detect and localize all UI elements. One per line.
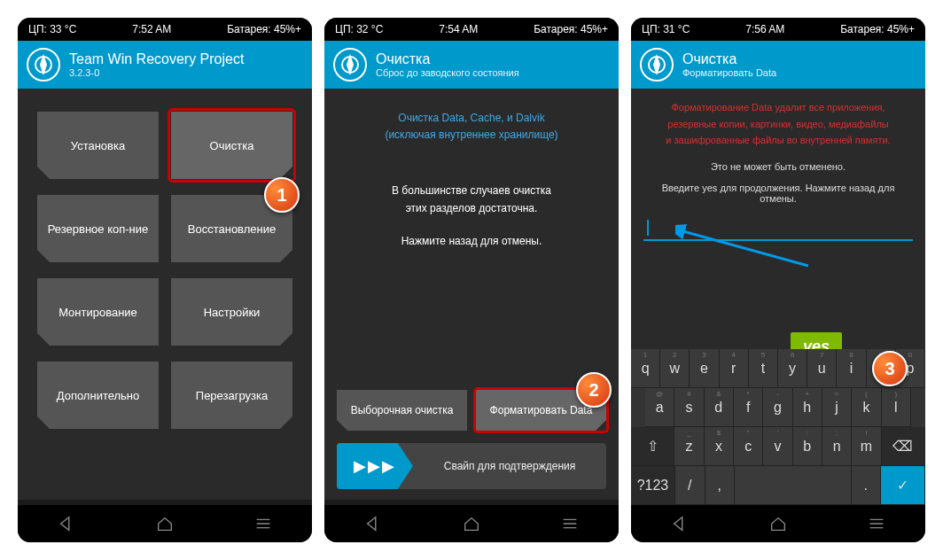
key-c[interactable]: "c <box>734 427 763 466</box>
header-sub: 3.2.3-0 <box>69 67 244 78</box>
key-f[interactable]: *f <box>734 388 763 427</box>
battery: Батарея: 45%+ <box>534 23 608 35</box>
clock: 7:52 AM <box>132 23 171 35</box>
home-icon[interactable] <box>155 514 175 533</box>
key-w[interactable]: 2w <box>660 349 690 388</box>
key-⌫[interactable]: ⌫ <box>882 427 925 466</box>
key-m[interactable]: !m <box>852 427 881 466</box>
header: Team Win Recovery Project 3.2.3-0 <box>18 41 312 89</box>
battery: Батарея: 45%+ <box>840 23 915 35</box>
arrow-annotation-icon <box>675 222 813 275</box>
key-e[interactable]: 3e <box>690 349 719 388</box>
header-title: Team Win Recovery Project <box>69 51 244 67</box>
header: Очистка Сброс до заводского состояния <box>324 41 619 89</box>
info-blue-2: (исключая внутреннее хранилище) <box>324 127 619 144</box>
key-s[interactable]: #s <box>674 388 704 427</box>
battery: Батарея: 45%+ <box>227 23 301 35</box>
header-sub: Форматировать Data <box>682 67 776 78</box>
clock: 7:56 AM <box>745 23 784 35</box>
key-j[interactable]: =j <box>822 388 852 427</box>
key-n[interactable]: ;n <box>822 427 852 466</box>
key-⇧[interactable]: ⇧ <box>631 427 674 466</box>
advanced-wipe-button[interactable]: Выборочная очистка <box>337 390 467 431</box>
twrp-logo-icon <box>333 48 367 82</box>
key-i[interactable]: 8i <box>837 349 866 388</box>
info-text-2: этих разделов достаточна. <box>324 200 619 217</box>
info-text-3: Нажмите назад для отмены. <box>324 233 619 250</box>
key-space[interactable] <box>735 466 851 505</box>
key-r[interactable]: 4r <box>720 349 749 388</box>
key-v[interactable]: 'v <box>763 427 792 466</box>
key-a[interactable]: @a <box>645 388 674 427</box>
key-b[interactable]: :b <box>793 427 822 466</box>
cpu-temp: ЦП: 32 °C <box>335 23 383 35</box>
key-d[interactable]: &d <box>705 388 734 427</box>
tile-install[interactable]: Установка <box>37 112 159 179</box>
header-sub: Сброс до заводского состояния <box>376 67 519 78</box>
nav-bar <box>631 505 925 542</box>
key-?123[interactable]: ?123 <box>631 466 675 505</box>
warning-white-1: Это не может быть отменено. <box>631 156 925 177</box>
nav-bar <box>18 505 312 542</box>
key-k[interactable]: (k <box>852 388 881 427</box>
twrp-logo-icon <box>640 48 674 82</box>
key-h[interactable]: +h <box>793 388 822 427</box>
status-bar: ЦП: 33 °C 7:52 AM Батарея: 45%+ <box>18 18 312 41</box>
key-u[interactable]: 7u <box>807 349 837 388</box>
key-x[interactable]: $x <box>705 427 734 466</box>
twrp-format-data-screen: ЦП: 31 °C 7:56 AM Батарея: 45%+ Очистка … <box>631 18 925 542</box>
key-t[interactable]: 5t <box>749 349 778 388</box>
menu-icon[interactable] <box>560 514 580 533</box>
key-.[interactable]: . <box>852 466 882 505</box>
menu-icon[interactable] <box>253 514 273 533</box>
yes-input[interactable] <box>643 218 913 241</box>
tile-mount[interactable]: Монтирование <box>37 278 159 346</box>
key-,[interactable]: , <box>705 466 736 505</box>
back-icon[interactable] <box>57 514 76 533</box>
menu-icon[interactable] <box>867 514 886 533</box>
warning-red: Форматирование Data удалит все приложени… <box>631 89 925 156</box>
key-/[interactable]: / <box>675 466 705 505</box>
tile-wipe[interactable]: Очистка <box>171 112 292 179</box>
tile-advanced[interactable]: Дополнительно <box>37 362 159 429</box>
back-icon[interactable] <box>670 514 690 533</box>
status-bar: ЦП: 32 °C 7:54 AM Батарея: 45%+ <box>324 18 619 41</box>
back-icon[interactable] <box>363 514 383 533</box>
nav-bar <box>324 505 619 542</box>
tile-reboot[interactable]: Перезагрузка <box>171 362 292 429</box>
step-badge-1: 1 <box>264 177 300 213</box>
info-blue-1: Очистка Data, Cache, и Dalvik <box>324 110 619 127</box>
tile-settings[interactable]: Настройки <box>171 278 292 346</box>
key-z[interactable]: _z <box>674 427 704 466</box>
svg-line-3 <box>680 230 808 266</box>
slider-label: Свайп для подтверждения <box>413 460 606 472</box>
header-title: Очистка <box>682 51 776 67</box>
twrp-main-screen: ЦП: 33 °C 7:52 AM Батарея: 45%+ Team Win… <box>18 18 312 542</box>
key-y[interactable]: 6y <box>778 349 807 388</box>
key-l[interactable]: )l <box>882 388 911 427</box>
status-bar: ЦП: 31 °C 7:56 AM Батарея: 45%+ <box>631 18 925 41</box>
key-q[interactable]: 1q <box>631 349 660 388</box>
key-g[interactable]: -g <box>763 388 792 427</box>
step-badge-2: 2 <box>576 372 612 408</box>
cpu-temp: ЦП: 31 °C <box>642 23 690 35</box>
step-badge-3: 3 <box>872 351 908 386</box>
warning-white-2: Введите yes для продолжения. Нажмите наз… <box>631 177 925 209</box>
twrp-logo-icon <box>27 48 60 82</box>
home-icon[interactable] <box>462 514 481 533</box>
header-title: Очистка <box>376 51 519 67</box>
twrp-wipe-screen: ЦП: 32 °C 7:54 AM Батарея: 45%+ Очистка … <box>324 18 619 542</box>
home-icon[interactable] <box>768 514 788 533</box>
clock: 7:54 AM <box>439 23 478 35</box>
tile-backup[interactable]: Резервное коп-ние <box>37 195 159 262</box>
header: Очистка Форматировать Data <box>631 41 925 89</box>
slider-arrows-icon[interactable]: ▶▶▶ <box>337 443 413 489</box>
swipe-slider[interactable]: ▶▶▶ Свайп для подтверждения <box>337 443 606 489</box>
key-✓[interactable]: ✓ <box>881 466 925 505</box>
cpu-temp: ЦП: 33 °C <box>28 23 76 35</box>
info-text-1: В большинстве случаев очистка <box>324 183 619 199</box>
